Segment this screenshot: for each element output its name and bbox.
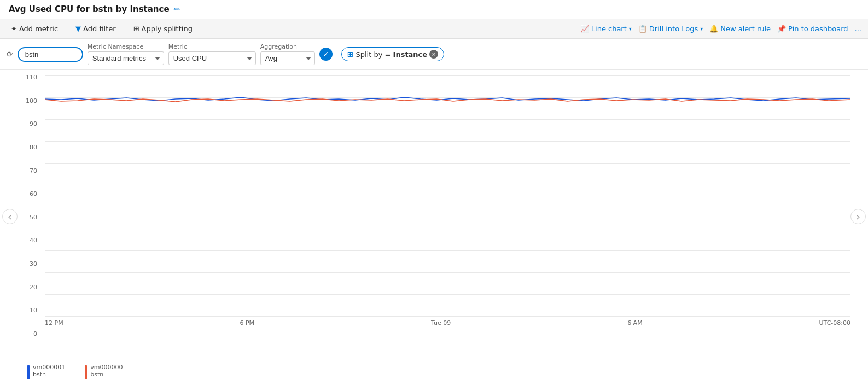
nav-left-button[interactable]: ‹ [2, 209, 18, 224]
chart-container: 110 100 90 80 70 60 50 40 30 20 10 0 [9, 70, 859, 359]
page-title: Avg Used CPU for bstn by Instance [9, 4, 170, 14]
drill-logs-button[interactable]: 📋 Drill into Logs ▾ [638, 25, 703, 33]
x-label-6am: 6 AM [627, 319, 643, 326]
legend-instance-1: vm000000 [90, 364, 125, 371]
pin-icon: 📌 [777, 25, 786, 33]
y-label-90: 90 [30, 120, 37, 127]
namespace-select[interactable]: Standard metrics [88, 51, 164, 65]
drill-logs-label: Drill into Logs [649, 25, 698, 33]
more-button[interactable]: ... [855, 25, 861, 33]
legend-color-0 [27, 365, 30, 379]
legend-scope-1: bstn [90, 371, 125, 378]
split-close-button[interactable]: ✕ [429, 50, 438, 59]
legend: vm000001 bstn 98.68 vm000000 bstn 98.29 [0, 359, 868, 379]
legend-info-1: vm000000 bstn 98.29 [90, 364, 125, 379]
scope-icon: ⟳ [7, 50, 13, 59]
nav-right-button[interactable]: › [850, 209, 866, 224]
y-label-20: 20 [30, 283, 37, 290]
grid-line-0 [45, 316, 850, 317]
apply-splitting-button[interactable]: ⊞ Apply splitting [129, 22, 197, 35]
y-label-50: 50 [30, 213, 37, 220]
x-label-12pm: 12 PM [45, 319, 63, 326]
title-bar: Avg Used CPU for bstn by Instance ✏️ [0, 0, 868, 19]
split-value: Instance [393, 50, 428, 59]
chart-area [45, 75, 850, 316]
metric-select[interactable]: Used CPU [168, 51, 256, 65]
legend-item-0: vm000001 bstn 98.68 [27, 364, 67, 379]
add-metric-label: Add metric [19, 25, 58, 33]
apply-splitting-label: Apply splitting [142, 25, 193, 33]
more-label: ... [855, 25, 861, 33]
chart-svg [45, 75, 850, 316]
pin-dashboard-label: Pin to dashboard [788, 25, 848, 33]
toolbar: ✦ Add metric ▼ Add filter ⊞ Apply splitt… [0, 19, 868, 39]
x-label-6pm: 6 PM [240, 319, 254, 326]
y-axis: 110 100 90 80 70 60 50 40 30 20 10 0 [18, 70, 39, 326]
legend-item-1: vm000000 bstn 98.29 [85, 364, 125, 379]
legend-color-1 [85, 365, 87, 379]
scope-input[interactable] [18, 47, 83, 62]
x-axis: 12 PM 6 PM Tue 09 6 AM UTC-08:00 [45, 316, 850, 326]
legend-info-0: vm000001 bstn 98.68 [33, 364, 67, 379]
y-label-110: 110 [26, 74, 37, 81]
alert-icon: 🔔 [709, 25, 718, 33]
y-label-40: 40 [30, 237, 37, 244]
x-label-tue09: Tue 09 [431, 319, 451, 326]
line-chart-label: Line chart [591, 25, 627, 33]
y-label-30: 30 [30, 260, 37, 267]
y-label-100: 100 [26, 97, 37, 104]
toolbar-right: 📈 Line chart ▾ 📋 Drill into Logs ▾ 🔔 New… [580, 25, 861, 33]
filter-icon: ▼ [75, 25, 81, 33]
metric-group: Metric Used CPU [168, 43, 256, 65]
add-filter-label: Add filter [83, 25, 116, 33]
pin-dashboard-button[interactable]: 📌 Pin to dashboard [777, 25, 848, 33]
x-label-utc: UTC-08:00 [819, 319, 850, 326]
y-label-10: 10 [30, 307, 37, 314]
metric-row: ⟳ Metric Namespace Standard metrics Metr… [0, 39, 868, 70]
add-metric-button[interactable]: ✦ Add metric [7, 22, 62, 35]
metric-label: Metric [168, 43, 256, 50]
drill-logs-chevron: ▾ [700, 26, 703, 32]
split-badge: ⊞ Split by = Instance ✕ [341, 47, 444, 61]
legend-instance-0: vm000001 [33, 364, 67, 371]
split-icon: ⊞ [133, 25, 139, 33]
y-label-60: 60 [30, 190, 37, 197]
line-chart-icon: 📈 [580, 25, 589, 33]
aggregation-label: Aggregation [260, 43, 315, 50]
aggregation-group: Aggregation Avg [260, 43, 315, 65]
y-label-0: 0 [33, 330, 37, 337]
split-by-text: Split by = Instance [356, 50, 427, 59]
new-alert-button[interactable]: 🔔 New alert rule [709, 25, 771, 33]
y-label-70: 70 [30, 167, 37, 174]
drill-logs-icon: 📋 [638, 25, 647, 33]
namespace-group: Metric Namespace Standard metrics [88, 43, 164, 65]
y-label-80: 80 [30, 143, 37, 150]
line-chart-button[interactable]: 📈 Line chart ▾ [580, 25, 632, 33]
add-filter-button[interactable]: ▼ Add filter [71, 22, 120, 35]
legend-scope-0: bstn [33, 371, 67, 378]
edit-icon[interactable]: ✏️ [174, 5, 180, 14]
line-chart-chevron: ▾ [629, 26, 632, 32]
confirm-button[interactable]: ✓ [319, 48, 333, 61]
split-badge-icon: ⊞ [347, 50, 354, 59]
scope-group [18, 47, 83, 62]
namespace-label: Metric Namespace [88, 43, 164, 50]
new-alert-label: New alert rule [720, 25, 771, 33]
chart-wrapper: ‹ › 110 100 90 80 70 60 50 40 30 20 10 0 [0, 70, 868, 379]
aggregation-select[interactable]: Avg [260, 51, 315, 65]
add-metric-icon: ✦ [11, 25, 17, 33]
